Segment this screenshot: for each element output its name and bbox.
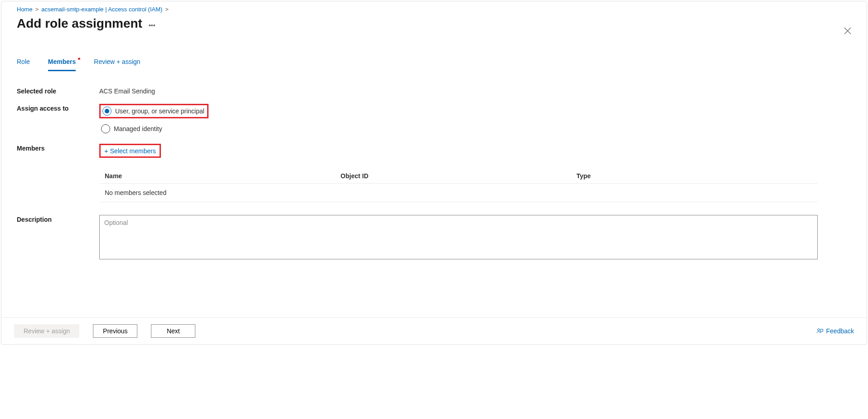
selected-role-value: ACS Email Sending (99, 87, 854, 95)
members-table: Name Object ID Type No members selected (99, 169, 818, 202)
feedback-link[interactable]: Feedback (816, 327, 854, 335)
breadcrumb-home[interactable]: Home (17, 6, 33, 13)
radio-icon (102, 107, 112, 116)
feedback-label: Feedback (826, 327, 854, 335)
radio-label: Managed identity (114, 125, 162, 132)
previous-button[interactable]: Previous (93, 324, 137, 338)
tab-role[interactable]: Role (17, 58, 30, 71)
next-button[interactable]: Next (151, 324, 195, 338)
selected-role-label: Selected role (17, 87, 99, 95)
members-label: Members (17, 144, 99, 152)
breadcrumb-resource[interactable]: acsemail-smtp-example | Access control (… (41, 6, 162, 13)
table-empty-message: No members selected (99, 184, 818, 202)
tabs: Role Members Review + assign (17, 58, 854, 71)
description-label: Description (17, 215, 99, 223)
radio-user-group-principal[interactable]: User, group, or service principal (101, 105, 207, 117)
tab-members[interactable]: Members (48, 58, 76, 71)
radio-label: User, group, or service principal (115, 107, 204, 115)
radio-managed-identity[interactable]: Managed identity (99, 123, 854, 135)
feedback-icon (816, 327, 824, 335)
svg-point-0 (817, 329, 819, 331)
column-object-id: Object ID (340, 172, 576, 180)
validation-dot-icon (78, 58, 80, 60)
close-icon (844, 27, 851, 34)
close-button[interactable] (841, 27, 854, 37)
description-input[interactable] (99, 215, 818, 259)
select-members-button[interactable]: + Select members (104, 146, 156, 156)
review-assign-button[interactable]: Review + assign (14, 324, 79, 338)
page-title: Add role assignment (17, 16, 142, 31)
footer-bar: Review + assign Previous Next Feedback (1, 317, 867, 344)
chevron-right-icon: > (165, 6, 169, 13)
plus-icon: + (104, 147, 108, 155)
select-members-label: Select members (110, 147, 156, 155)
tab-review-assign[interactable]: Review + assign (94, 58, 140, 71)
column-name: Name (105, 172, 340, 180)
more-icon[interactable]: ••• (149, 15, 155, 32)
column-type: Type (577, 172, 812, 180)
tab-members-label: Members (48, 58, 76, 65)
chevron-right-icon: > (35, 6, 39, 13)
breadcrumb: Home > acsemail-smtp-example | Access co… (17, 6, 854, 13)
radio-icon (101, 124, 110, 133)
assign-access-to-label: Assign access to (17, 104, 99, 112)
